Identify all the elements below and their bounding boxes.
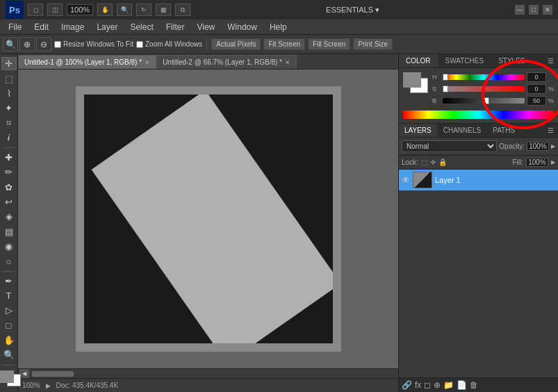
- tab-paths[interactable]: PATHS: [487, 124, 521, 137]
- select-rect-tool[interactable]: ⬚: [1, 72, 17, 85]
- zoom-status-icon[interactable]: ▶: [46, 382, 51, 389]
- resize-windows-label[interactable]: Resize Windows To Fit: [54, 40, 133, 48]
- menu-edit[interactable]: Edit: [28, 21, 54, 33]
- tab-color[interactable]: COLOR: [399, 54, 438, 67]
- move-tool[interactable]: ✛: [1, 57, 17, 70]
- heal-tool[interactable]: ✚: [1, 151, 17, 164]
- quick-select-tool[interactable]: ✦: [1, 101, 17, 115]
- opacity-arrow[interactable]: ▶: [551, 143, 555, 149]
- dodge-tool[interactable]: ○: [1, 254, 17, 268]
- color-panel-menu[interactable]: ☰: [543, 54, 558, 67]
- rotate-tool-icon[interactable]: ↻: [136, 3, 151, 16]
- tab-untitled2[interactable]: Untitled-2 @ 66.7% (Layer 1, RGB/8) * ✕: [156, 55, 297, 69]
- sat-thumb[interactable]: [443, 85, 448, 92]
- bri-value[interactable]: 50: [527, 96, 546, 106]
- title-icon-1: ◻: [28, 3, 43, 16]
- link-layers-icon[interactable]: 🔗: [402, 380, 412, 390]
- lasso-tool[interactable]: ⌇: [1, 87, 17, 100]
- new-group-icon[interactable]: 📁: [443, 380, 454, 390]
- menu-file[interactable]: File: [3, 21, 27, 33]
- layer-row-1[interactable]: 👁 Layer 1: [399, 170, 558, 190]
- lock-pixels-icon[interactable]: ⬚: [421, 158, 427, 166]
- actual-pixels-button[interactable]: Actual Pixels: [211, 38, 261, 50]
- fit-screen-button[interactable]: Fit Screen: [263, 38, 305, 50]
- layers-panel-menu[interactable]: ☰: [543, 124, 558, 137]
- tab-channels[interactable]: CHANNELS: [438, 124, 487, 137]
- eyedropper-tool[interactable]: 𝒊: [1, 131, 17, 145]
- lock-all-icon[interactable]: 🔒: [438, 158, 447, 166]
- tab-layers[interactable]: LAYERS: [399, 124, 438, 137]
- fill-value[interactable]: 100%: [526, 158, 548, 167]
- menu-window[interactable]: Window: [222, 21, 263, 33]
- blur-tool[interactable]: ◉: [1, 240, 17, 253]
- tab-close-2[interactable]: ✕: [285, 59, 290, 66]
- menu-view[interactable]: View: [191, 21, 220, 33]
- tab-untitled1[interactable]: Untitled-1 @ 100% (Layer 1, RGB/8) * ✕: [18, 55, 156, 69]
- pen-tool[interactable]: ✒: [1, 275, 17, 288]
- scroll-left-arrow[interactable]: ◀: [19, 369, 29, 379]
- history-brush-tool[interactable]: ↩: [1, 195, 17, 209]
- zoom-all-checkbox[interactable]: [136, 41, 143, 48]
- zoom-in-icon[interactable]: ⊕: [19, 38, 35, 51]
- hue-value[interactable]: 0: [527, 72, 546, 82]
- menu-help[interactable]: Help: [264, 21, 293, 33]
- tab-swatches[interactable]: SWATCHES: [438, 54, 492, 67]
- layer-visibility-icon[interactable]: 👁: [402, 175, 410, 185]
- hue-thumb[interactable]: [443, 74, 448, 81]
- lock-move-icon[interactable]: ✛: [430, 158, 436, 166]
- fg-bg-color[interactable]: [0, 370, 21, 386]
- zoom-all-label[interactable]: Zoom All Windows: [136, 40, 202, 48]
- crop-tool[interactable]: ⌗: [1, 116, 17, 129]
- zoom-out-icon[interactable]: ⊖: [36, 38, 51, 51]
- print-size-button[interactable]: Print Size: [353, 38, 393, 50]
- title-bar: Ps ◻ ◫ 100% ✋ 🔍 ↻ ▦ ⧉ ESSENTIALS ▾ — □ ✕: [0, 0, 558, 19]
- zoom-display[interactable]: 100%: [67, 4, 93, 15]
- menu-image[interactable]: Image: [56, 21, 90, 33]
- new-layer-icon[interactable]: 📄: [457, 380, 467, 390]
- scroll-thumb-h[interactable]: [32, 371, 74, 377]
- menu-filter[interactable]: Filter: [161, 21, 190, 33]
- fg-color-swatch[interactable]: [0, 370, 14, 383]
- opacity-value[interactable]: 100%: [527, 142, 549, 151]
- blend-mode-select[interactable]: Normal: [402, 140, 497, 152]
- delete-layer-icon[interactable]: 🗑: [470, 380, 478, 390]
- color-fg-bg[interactable]: [403, 72, 428, 93]
- hand-tool2[interactable]: ✋: [1, 334, 17, 347]
- zoom-tool-icon[interactable]: 🔍: [117, 3, 132, 16]
- color-spectrum[interactable]: [403, 111, 554, 119]
- brush-tool[interactable]: ✏: [1, 165, 17, 179]
- clone-tool[interactable]: ✿: [1, 181, 17, 194]
- bri-thumb[interactable]: [484, 97, 489, 104]
- eraser-tool[interactable]: ◈: [1, 210, 17, 223]
- add-adjustment-icon[interactable]: ⊕: [434, 380, 441, 390]
- tab-styles[interactable]: STYLES: [491, 54, 532, 67]
- arrange-icon[interactable]: ⧉: [175, 3, 190, 16]
- color-controls: H 0 S 0 %: [403, 72, 554, 108]
- tab-close-1[interactable]: ✕: [145, 59, 150, 66]
- sat-value[interactable]: 0: [527, 84, 546, 94]
- canvas[interactable]: [84, 95, 333, 343]
- bri-track[interactable]: [443, 98, 525, 104]
- path-select-tool[interactable]: ▷: [1, 304, 17, 317]
- text-tool[interactable]: T: [1, 289, 17, 302]
- zoom-tool2[interactable]: 🔍: [1, 348, 17, 361]
- minimize-button[interactable]: —: [515, 5, 525, 15]
- fill-arrow[interactable]: ▶: [551, 159, 555, 165]
- resize-windows-checkbox[interactable]: [54, 41, 61, 48]
- fx-icon[interactable]: fx: [415, 380, 421, 390]
- shape-tool[interactable]: □: [1, 319, 17, 332]
- grid-icon[interactable]: ▦: [156, 3, 171, 16]
- close-button[interactable]: ✕: [543, 5, 552, 15]
- hand-tool-icon[interactable]: ✋: [97, 3, 113, 16]
- menu-select[interactable]: Select: [124, 21, 158, 33]
- zoom-search-icon[interactable]: 🔍: [3, 38, 18, 51]
- maximize-button[interactable]: □: [529, 5, 539, 15]
- menu-layer[interactable]: Layer: [91, 21, 123, 33]
- gradient-tool[interactable]: ▤: [1, 225, 17, 238]
- hue-track[interactable]: [443, 74, 525, 80]
- sat-track[interactable]: [443, 86, 525, 92]
- scroll-bar-horizontal[interactable]: ◀: [18, 368, 398, 378]
- add-mask-icon[interactable]: ◻: [424, 380, 431, 390]
- fill-screen-button[interactable]: Fill Screen: [308, 38, 350, 50]
- color-fg-swatch[interactable]: [403, 72, 421, 88]
